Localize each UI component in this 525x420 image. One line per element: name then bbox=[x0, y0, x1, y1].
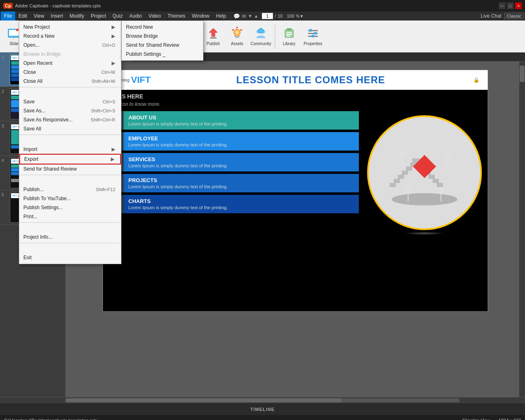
svg-rect-42 bbox=[286, 36, 290, 37]
menu-insert[interactable]: Insert bbox=[48, 11, 66, 21]
publish-icon bbox=[207, 27, 220, 40]
live-chat-label: Live Chat bbox=[481, 13, 502, 19]
export-arrow: ▶ bbox=[111, 156, 114, 162]
menu-edit[interactable]: Edit bbox=[15, 11, 30, 21]
menu-view[interactable]: View bbox=[30, 11, 48, 21]
exit-label: Exit bbox=[23, 255, 32, 260]
menu-audio[interactable]: Audio bbox=[126, 11, 145, 21]
community-button[interactable]: Community bbox=[249, 23, 272, 50]
print-label: Print... bbox=[23, 214, 38, 219]
v-scrollbar[interactable] bbox=[519, 62, 525, 397]
svg-rect-58 bbox=[437, 183, 443, 187]
menu-import[interactable]: Import ▶ bbox=[19, 145, 121, 154]
menu-quiz[interactable]: Quiz bbox=[110, 11, 126, 21]
menu-close-all[interactable]: Close All Shift+Alt+W bbox=[19, 77, 121, 86]
menu-close[interactable]: Close Ctrl+W bbox=[19, 68, 121, 77]
menu-exit[interactable]: Exit bbox=[19, 253, 121, 262]
lock-icon: 🔒 bbox=[473, 77, 479, 83]
svg-rect-54 bbox=[402, 171, 408, 175]
title-bar-controls[interactable]: ─ □ ✕ bbox=[499, 2, 522, 9]
list-content-5: CHARTS Lorem Ipsum is simply dummy text … bbox=[123, 195, 359, 213]
list-content-4: PROJECTS Lorem Ipsum is simply dummy tex… bbox=[123, 174, 359, 192]
menu-project-info[interactable]: Project Info... bbox=[19, 233, 121, 242]
v-scrollbar-thumb[interactable] bbox=[520, 66, 525, 82]
library-button[interactable]: Library bbox=[278, 23, 301, 50]
publish-label: Publish bbox=[207, 41, 220, 46]
menu-browse-bridge[interactable]: Browse in Bridge bbox=[19, 50, 121, 59]
restore-button[interactable]: □ bbox=[507, 2, 514, 9]
svg-rect-59 bbox=[433, 179, 439, 183]
menu-save[interactable]: Save Ctrl+S bbox=[19, 97, 121, 106]
menu-print[interactable]: Print... bbox=[19, 212, 121, 221]
menu-sep-2 bbox=[19, 135, 121, 144]
list-desc-4: Lorem Ipsum is simply dummy text of the … bbox=[128, 184, 354, 189]
svg-point-70 bbox=[444, 151, 450, 158]
status-right: Filmstrip View 1024 x 627 bbox=[462, 418, 521, 420]
slide-num-4: 4 bbox=[2, 158, 7, 163]
file-menu: New Project ▶ Record a New ▶ Open... Ctr… bbox=[19, 21, 121, 264]
menu-publish-settings[interactable]: Publish Settings... bbox=[19, 203, 121, 212]
menu-new-project[interactable]: New Project ▶ bbox=[19, 23, 121, 32]
publish-youtube-label: Publish To YouTube... bbox=[23, 196, 71, 201]
page-divider: / bbox=[275, 14, 276, 18]
list-row-1: 1 ABOUT US Lorem Ipsum is simply dummy t… bbox=[109, 111, 359, 130]
list-content-1: ABOUT US Lorem Ipsum is simply dummy tex… bbox=[123, 111, 359, 130]
assets-button[interactable]: Assets bbox=[226, 23, 249, 50]
list-row-5: 5 CHARTS Lorem Ipsum is simply dummy tex… bbox=[109, 195, 359, 213]
export-record-new[interactable]: Record New bbox=[122, 23, 203, 32]
menu-publish[interactable]: Publish... Shift+F12 bbox=[19, 185, 121, 194]
community-label: Community bbox=[251, 41, 272, 46]
svg-rect-60 bbox=[429, 175, 435, 179]
export-publish-settings[interactable]: Publish Settings _ bbox=[122, 50, 203, 59]
arrow-up-icon: ▲ bbox=[254, 14, 258, 18]
svg-point-31 bbox=[235, 31, 239, 34]
menu-open-recent[interactable]: Open Recent ▶ bbox=[19, 59, 121, 68]
list-items: 1 ABOUT US Lorem Ipsum is simply dummy t… bbox=[109, 111, 359, 235]
menu-video[interactable]: Video bbox=[145, 11, 164, 21]
h-scrollbar-thumb[interactable] bbox=[66, 398, 341, 402]
properties-button[interactable]: Properties bbox=[301, 23, 324, 50]
h-scrollbar[interactable] bbox=[0, 397, 525, 403]
export-browse-bridge[interactable]: Browse Bridge bbox=[122, 32, 203, 41]
menu-modify[interactable]: Modify bbox=[66, 11, 87, 21]
close-button[interactable]: ✕ bbox=[515, 2, 522, 9]
open-shortcut: Ctrl+O bbox=[102, 43, 115, 48]
svg-rect-39 bbox=[287, 28, 292, 30]
menu-shared-review[interactable]: Send for Shared Review bbox=[19, 164, 121, 173]
zoom-level: 100 bbox=[287, 14, 294, 18]
menu-window[interactable]: Window bbox=[189, 11, 213, 21]
menu-save-as[interactable]: Save As... Shift+Ctrl+S bbox=[19, 106, 121, 115]
menu-sep-1 bbox=[19, 87, 121, 96]
assets-icon bbox=[231, 27, 244, 40]
svg-point-75 bbox=[438, 188, 444, 194]
minimize-button[interactable]: ─ bbox=[499, 2, 505, 9]
save-as-responsive-shortcut: Shift+Ctrl+R bbox=[91, 117, 115, 122]
menu-save-as-responsive[interactable]: Save As Responsive... Shift+Ctrl+R bbox=[19, 115, 121, 124]
title-bar-left: Cp Adobe Captivate - captivate templates… bbox=[3, 3, 101, 9]
export-shared-review-label: Send for Shared Review bbox=[126, 42, 179, 48]
export-record-new-label: Record New bbox=[126, 24, 153, 30]
shared-review-label: Send for Shared Review bbox=[23, 166, 77, 172]
export-shared-review[interactable]: Send for Shared Review bbox=[122, 41, 203, 50]
svg-point-66 bbox=[399, 151, 405, 158]
menu-help[interactable]: Help bbox=[212, 11, 229, 21]
arrow-down-icon: ▼ bbox=[248, 14, 252, 18]
classic-dropdown[interactable]: Classic bbox=[504, 13, 524, 19]
menu-file[interactable]: File bbox=[1, 11, 15, 21]
list-desc-2: Lorem Ipsum is simply dummy text of the … bbox=[128, 142, 354, 147]
chat-icon: 💬 bbox=[233, 13, 240, 19]
menu-publish-youtube[interactable]: Publish To YouTube... bbox=[19, 194, 121, 203]
mail-icon: ✉ bbox=[242, 13, 246, 19]
slide-num-5: 5 bbox=[2, 192, 7, 197]
svg-point-50 bbox=[392, 193, 457, 205]
menu-save-all[interactable]: Save All bbox=[19, 124, 121, 133]
list-row-4: 4 PROJECTS Lorem Ipsum is simply dummy t… bbox=[109, 174, 359, 192]
menu-open[interactable]: Open... Ctrl+O bbox=[19, 41, 121, 50]
menu-project[interactable]: Project bbox=[87, 11, 109, 21]
page-number-input[interactable] bbox=[262, 13, 273, 19]
menu-themes[interactable]: Themes bbox=[164, 11, 188, 21]
menu-record-new[interactable]: Record a New ▶ bbox=[19, 32, 121, 41]
publish-shortcut: Shift+F12 bbox=[96, 187, 115, 192]
publish-button[interactable]: Publish bbox=[202, 23, 225, 50]
menu-export[interactable]: Export ▶ bbox=[19, 154, 121, 164]
